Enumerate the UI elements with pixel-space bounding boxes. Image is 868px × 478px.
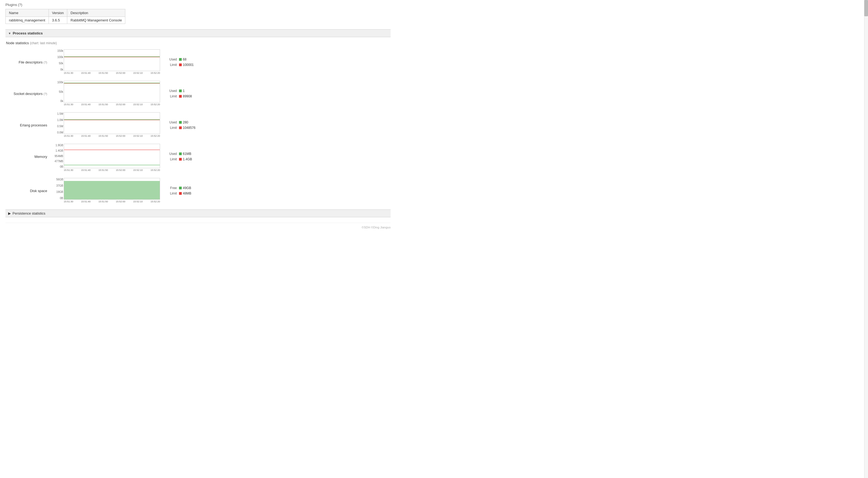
- erlang-processes-used-row: Used 280: [165, 120, 195, 124]
- collapse-icon[interactable]: ▼: [8, 32, 11, 35]
- disk-space-limit-label: Limit: [165, 191, 177, 195]
- socket-descriptors-chart: [64, 81, 160, 102]
- node-stats-label: Node statistics (chart: last minute): [5, 41, 391, 45]
- disk-space-free-label: Free: [165, 186, 177, 190]
- disk-space-time-labels: 15:51:30 15:51:40 15:51:50 15:52:00 15:5…: [64, 200, 160, 203]
- file-descriptors-limit-row: Limit 100001: [165, 63, 194, 67]
- socket-descriptors-limit-dot: [179, 95, 182, 98]
- disk-space-row: Disk space 56GB 37GB 19GB 0B: [5, 178, 391, 203]
- socket-descriptors-values: Used 1 Limit 89908: [165, 81, 192, 98]
- erlang-processes-limit-row: Limit 1048576: [165, 126, 195, 130]
- scrollbar-thumb[interactable]: [864, 0, 868, 16]
- socket-descriptors-help[interactable]: (?): [44, 92, 47, 95]
- socket-descriptors-used-dot: [179, 90, 182, 92]
- socket-descriptors-y-labels: 100k 50k 0k: [52, 81, 63, 102]
- disk-space-free-row: Free 49GB: [165, 186, 191, 190]
- disk-space-label: Disk space: [5, 178, 52, 193]
- file-descriptors-used-value: 68: [183, 58, 186, 61]
- erlang-processes-values: Used 280 Limit 1048576: [165, 112, 195, 130]
- file-descriptors-used-dot: [179, 58, 182, 61]
- erlang-processes-row: Erlang processes 1.5M 1.0M 0.5M 0.0M: [5, 112, 391, 137]
- memory-limit-row: Limit 1.4GB: [165, 157, 192, 161]
- file-descriptors-used-label: Used: [165, 58, 177, 61]
- erlang-processes-chart-container: 1.5M 1.0M 0.5M 0.0M: [52, 112, 160, 137]
- memory-used-label: Used: [165, 152, 177, 156]
- disk-space-free-dot: [179, 187, 182, 189]
- disk-space-limit-value: 48MB: [183, 191, 191, 195]
- process-statistics-section-header: ▼ Process statistics: [5, 29, 391, 37]
- persistence-collapse-icon[interactable]: ▶: [8, 211, 11, 215]
- erlang-processes-chart: [64, 112, 160, 134]
- socket-descriptors-used-label: Used: [165, 89, 177, 93]
- plugin-description: RabbitMQ Management Console: [67, 17, 125, 24]
- disk-space-free-value: 49GB: [183, 186, 191, 190]
- memory-row: Memory 1.9GB 1.4GB 954MB 477MB 0B: [5, 144, 391, 172]
- memory-time-labels: 15:51:30 15:51:40 15:51:50 15:52:00 15:5…: [64, 169, 160, 172]
- file-descriptors-used-row: Used 68: [165, 58, 194, 61]
- disk-space-chart: [64, 178, 160, 200]
- socket-descriptors-used-row: Used 1: [165, 89, 192, 93]
- persistence-statistics-title: Persistence statistics: [12, 211, 45, 215]
- col-name: Name: [6, 9, 49, 17]
- plugin-row: rabbitmq_management 3.6.5 RabbitMQ Manag…: [6, 17, 125, 24]
- file-descriptors-row: File descriptors (?) 150k 100k 50k 0k: [5, 49, 391, 74]
- memory-label: Memory: [5, 144, 52, 159]
- memory-chart-container: 1.9GB 1.4GB 954MB 477MB 0B: [52, 144, 160, 172]
- file-descriptors-chart-container: 150k 100k 50k 0k: [52, 49, 160, 74]
- erlang-processes-used-dot: [179, 121, 182, 124]
- file-descriptors-values: Used 68 Limit 100001: [165, 49, 194, 67]
- plugins-label: Plugins (?): [5, 3, 22, 7]
- memory-limit-dot: [179, 158, 182, 160]
- memory-limit-label: Limit: [165, 157, 177, 161]
- disk-space-limit-dot: [179, 192, 182, 195]
- persistence-statistics-section-header: ▶ Persistence statistics: [5, 209, 391, 217]
- col-description: Description: [67, 9, 125, 17]
- memory-y-labels: 1.9GB 1.4GB 954MB 477MB 0B: [51, 144, 63, 168]
- file-descriptors-y-labels: 150k 100k 50k 0k: [52, 49, 63, 71]
- socket-descriptors-row: Socket descriptors (?) 100k 50k 0k: [5, 81, 391, 106]
- memory-used-dot: [179, 152, 182, 155]
- plugins-table: Name Version Description rabbitmq_manage…: [5, 9, 125, 24]
- socket-descriptors-chart-container: 100k 50k 0k 15:51:30: [52, 81, 160, 106]
- plugin-name: rabbitmq_management: [6, 17, 49, 24]
- memory-chart-wrapper: 1.9GB 1.4GB 954MB 477MB 0B: [64, 144, 160, 172]
- file-descriptors-limit-dot: [179, 63, 182, 66]
- file-descriptors-time-labels: 15:51:30 15:51:40 15:51:50 15:52:00 15:5…: [64, 71, 160, 74]
- footer: ©SDH ©Ding Jianguo: [5, 223, 391, 232]
- socket-descriptors-label: Socket descriptors (?): [5, 81, 52, 96]
- socket-descriptors-limit-value: 89908: [183, 94, 192, 98]
- file-descriptors-help[interactable]: (?): [44, 61, 47, 64]
- scrollbar[interactable]: [864, 0, 868, 234]
- disk-space-values: Free 49GB Limit 48MB: [165, 178, 191, 195]
- disk-space-chart-container: 56GB 37GB 19GB 0B 15:51:30 15:51:40: [52, 178, 160, 203]
- memory-used-value: 61MB: [183, 152, 191, 156]
- file-descriptors-chart-wrapper: 150k 100k 50k 0k: [64, 49, 160, 74]
- erlang-processes-limit-label: Limit: [165, 126, 177, 130]
- memory-values: Used 61MB Limit 1.4GB: [165, 144, 192, 161]
- erlang-processes-limit-dot: [179, 126, 182, 129]
- memory-chart: [64, 144, 160, 168]
- socket-descriptors-limit-label: Limit: [165, 94, 177, 98]
- disk-space-y-labels: 56GB 37GB 19GB 0B: [52, 178, 63, 200]
- erlang-processes-limit-value: 1048576: [183, 126, 195, 130]
- erlang-processes-time-labels: 15:51:30 15:51:40 15:51:50 15:52:00 15:5…: [64, 135, 160, 137]
- socket-descriptors-used-value: 1: [183, 89, 185, 93]
- socket-descriptors-limit-row: Limit 89908: [165, 94, 192, 98]
- file-descriptors-limit-label: Limit: [165, 63, 177, 67]
- erlang-processes-y-labels: 1.5M 1.0M 0.5M 0.0M: [52, 112, 63, 134]
- memory-used-row: Used 61MB: [165, 152, 192, 156]
- memory-limit-value: 1.4GB: [183, 157, 192, 161]
- file-descriptors-limit-value: 100001: [183, 63, 194, 67]
- col-version: Version: [49, 9, 67, 17]
- socket-descriptors-chart-wrapper: 100k 50k 0k 15:51:30: [64, 81, 160, 106]
- plugins-header: Plugins (?): [5, 3, 391, 7]
- erlang-processes-used-value: 280: [183, 120, 188, 124]
- svg-rect-8: [64, 181, 160, 200]
- footer-text: ©SDH ©Ding Jianguo: [362, 226, 391, 229]
- erlang-processes-used-label: Used: [165, 120, 177, 124]
- disk-space-chart-wrapper: 56GB 37GB 19GB 0B 15:51:30 15:51:40: [64, 178, 160, 203]
- file-descriptors-chart: [64, 49, 160, 71]
- disk-space-limit-row: Limit 48MB: [165, 191, 191, 195]
- socket-descriptors-time-labels: 15:51:30 15:51:40 15:51:50 15:52:00 15:5…: [64, 103, 160, 106]
- plugin-version: 3.6.5: [49, 17, 67, 24]
